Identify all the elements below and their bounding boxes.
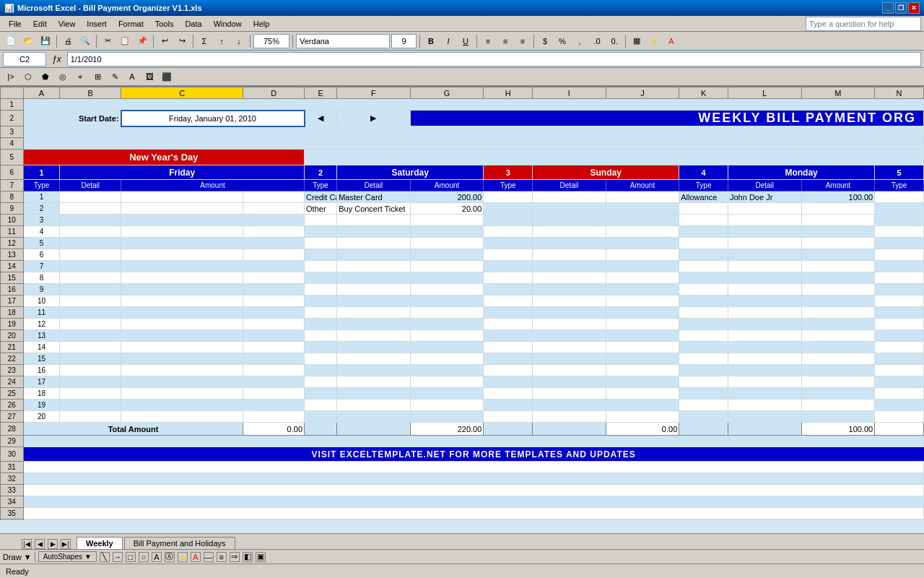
bold-button[interactable]: B xyxy=(423,33,439,49)
sum-button[interactable]: Σ xyxy=(196,33,212,49)
sort-desc-button[interactable]: ↓ xyxy=(231,33,247,49)
undo-button[interactable]: ↩ xyxy=(157,33,173,49)
col-M[interactable]: M xyxy=(801,87,875,99)
tab-last-button[interactable]: ▶| xyxy=(61,539,71,549)
nav-forward[interactable]: ▶ xyxy=(337,111,411,126)
border-button[interactable]: ▦ xyxy=(629,33,645,49)
line-style-tool[interactable]: ≡ xyxy=(217,552,227,562)
minimize-button[interactable]: _ xyxy=(882,2,894,14)
save-button[interactable]: 💾 xyxy=(38,33,53,49)
align-right-button[interactable]: ≡ xyxy=(515,33,531,49)
fill-color-button[interactable]: A xyxy=(646,33,662,49)
col-D[interactable]: D xyxy=(243,87,305,99)
data-row-5: 125 xyxy=(1,238,924,249)
col-G[interactable]: G xyxy=(410,87,484,99)
font-color-draw-tool[interactable]: A xyxy=(191,552,201,562)
autoshapes-button[interactable]: AutoShapes ▼ xyxy=(38,551,97,562)
print-button[interactable]: 🖨 xyxy=(60,33,76,49)
formula-input[interactable] xyxy=(67,52,921,66)
redo-button[interactable]: ↪ xyxy=(174,33,190,49)
col-K[interactable]: K xyxy=(679,87,728,99)
preview-button[interactable]: 🔍 xyxy=(77,33,93,49)
comma-button[interactable]: , xyxy=(572,33,588,49)
close-button[interactable]: ✕ xyxy=(908,2,920,14)
new-button[interactable]: 📄 xyxy=(3,33,19,49)
cut-button[interactable]: ✂ xyxy=(100,33,116,49)
copy-button[interactable]: 📋 xyxy=(117,33,133,49)
decrease-dec-button[interactable]: 0. xyxy=(606,33,622,49)
col-I[interactable]: I xyxy=(533,87,606,99)
fill-color-draw-tool[interactable]: ▲ xyxy=(178,552,188,562)
font-color-button[interactable]: A xyxy=(663,33,679,49)
arrow-tool[interactable]: → xyxy=(113,552,123,562)
open-button[interactable]: 📂 xyxy=(20,33,36,49)
tab-weekly[interactable]: Weekly xyxy=(77,537,123,549)
3d-tool[interactable]: ▣ xyxy=(256,552,266,562)
rect-tool[interactable]: □ xyxy=(126,552,136,562)
col-A[interactable]: A xyxy=(23,87,60,99)
cell-reference[interactable] xyxy=(3,52,46,66)
draw-tool8[interactable]: A xyxy=(124,69,140,85)
col-C[interactable]: C xyxy=(121,87,243,99)
col-B[interactable]: B xyxy=(60,87,121,99)
draw-tool4[interactable]: ◎ xyxy=(55,69,71,85)
tab-bill-payment[interactable]: Bill Payment and Holidays xyxy=(124,537,235,549)
draw-tool7[interactable]: ✎ xyxy=(107,69,123,85)
tab-next-button[interactable]: ▶ xyxy=(48,539,58,549)
menu-data[interactable]: Data xyxy=(179,18,207,30)
draw-tool1[interactable]: |> xyxy=(3,69,19,85)
wordart-tool[interactable]: Ⓐ xyxy=(165,552,175,562)
draw-tool6[interactable]: ⊞ xyxy=(90,69,105,85)
draw-tool2[interactable]: ⬡ xyxy=(20,69,36,85)
oval-tool[interactable]: ○ xyxy=(139,552,149,562)
underline-button[interactable]: U xyxy=(458,33,474,49)
rownum-28: 28 xyxy=(1,423,24,436)
startdate-value-cell[interactable]: Friday, January 01, 2010 xyxy=(121,111,305,126)
shadow-tool[interactable]: ◧ xyxy=(243,552,253,562)
menu-insert[interactable]: Insert xyxy=(81,18,113,30)
sep8 xyxy=(476,35,477,48)
arrow-style-tool[interactable]: ⇒ xyxy=(230,552,240,562)
draw-tool10[interactable]: ⬛ xyxy=(159,69,175,85)
menu-edit[interactable]: Edit xyxy=(27,18,53,30)
align-left-button[interactable]: ≡ xyxy=(480,33,496,49)
menu-window[interactable]: Window xyxy=(208,18,248,30)
paste-button[interactable]: 📌 xyxy=(134,33,150,49)
col-L[interactable]: L xyxy=(728,87,801,99)
menu-file[interactable]: File xyxy=(3,18,27,30)
data-row-20: 2720 xyxy=(1,411,924,423)
draw-tool9[interactable]: 🖼 xyxy=(141,69,157,85)
fontsize-selector[interactable] xyxy=(391,34,417,48)
tab-first-button[interactable]: |◀ xyxy=(22,539,32,549)
currency-button[interactable]: $ xyxy=(537,33,553,49)
draw-tool3[interactable]: ⬟ xyxy=(38,69,53,85)
font-selector[interactable] xyxy=(296,34,390,48)
col-F[interactable]: F xyxy=(337,87,411,99)
sort-asc-button[interactable]: ↑ xyxy=(214,33,230,49)
rownum-2: 2 xyxy=(1,111,24,126)
col-E[interactable]: E xyxy=(305,87,337,99)
menu-view[interactable]: View xyxy=(53,18,82,30)
row-3: 3 xyxy=(1,126,924,138)
increase-dec-button[interactable]: .0 xyxy=(589,33,605,49)
draw-tool5[interactable]: ⌖ xyxy=(72,69,88,85)
menu-help[interactable]: Help xyxy=(248,18,276,30)
col-H[interactable]: H xyxy=(484,87,533,99)
zoom-input[interactable] xyxy=(253,34,289,48)
col-J[interactable]: J xyxy=(606,87,679,99)
line-tool[interactable]: ╲ xyxy=(100,552,110,562)
menu-tools[interactable]: Tools xyxy=(149,18,180,30)
restore-button[interactable]: ❐ xyxy=(895,2,907,14)
menu-format[interactable]: Format xyxy=(113,18,149,30)
sep10 xyxy=(625,35,626,48)
percent-button[interactable]: % xyxy=(554,33,570,49)
nav-back[interactable]: ◀ xyxy=(305,111,337,126)
col-N[interactable]: N xyxy=(875,87,924,99)
help-search[interactable] xyxy=(806,17,921,31)
textbox-tool[interactable]: A xyxy=(152,552,162,562)
italic-button[interactable]: I xyxy=(440,33,456,49)
line-color-tool[interactable]: — xyxy=(204,552,214,562)
day4-num: 4 xyxy=(679,165,728,180)
tab-prev-button[interactable]: ◀ xyxy=(35,539,45,549)
align-center-button[interactable]: ≡ xyxy=(497,33,513,49)
